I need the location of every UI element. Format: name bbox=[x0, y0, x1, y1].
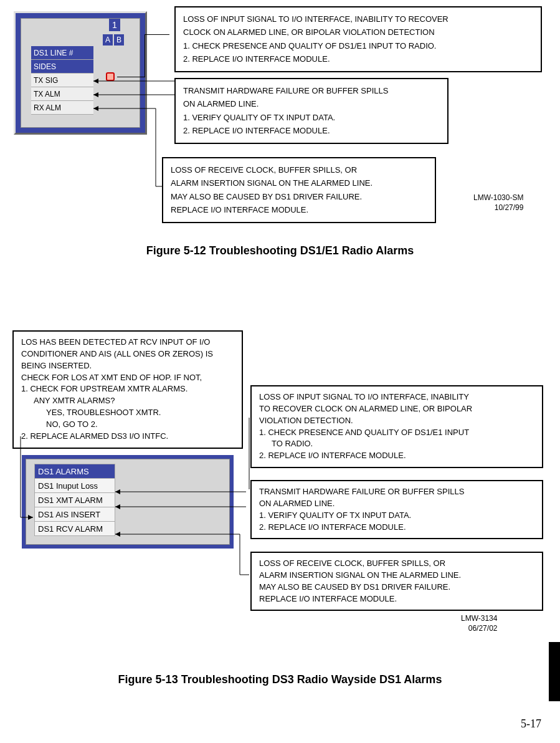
svg-marker-7 bbox=[115, 489, 120, 494]
callout-text: CHECK FOR LOS AT XMT END OF HOP. IF NOT, bbox=[21, 372, 234, 384]
callout-text: LOSS OF INPUT SIGNAL TO I/O INTERFACE, I… bbox=[259, 391, 534, 403]
callout-text: BEING INSERTED. bbox=[21, 360, 234, 372]
fig512-callout-rxalm: LOSS OF RECEIVE CLOCK, BUFFER SPILLS, OR… bbox=[162, 157, 436, 223]
connector-line bbox=[117, 77, 145, 77]
fig513-callout-rcvalarm: LOSS OF RECEIVE CLOCK, BUFFER SPILLS, OR… bbox=[250, 552, 543, 611]
callout-text: 1. CHECK PRESENCE AND QUALITY OF DS1/E1 … bbox=[259, 427, 534, 439]
callout-text: 1. CHECK PRESENCE AND QUALITY OF DS1/E1 … bbox=[183, 39, 533, 52]
fig512-row-ds1line: DS1 LINE # bbox=[31, 46, 93, 60]
svg-marker-3 bbox=[93, 92, 98, 97]
callout-text: TRANSMIT HARDWARE FAILURE OR BUFFER SPIL… bbox=[259, 486, 534, 498]
docnum-line: 10/27/99 bbox=[473, 203, 523, 213]
callout-text: 1. VERIFY QUALITY OF TX INPUT DATA. bbox=[183, 111, 440, 124]
callout-text: ALARM INSERTION SIGNAL ON THE ALARMED LI… bbox=[171, 176, 427, 189]
callout-text: LOSS OF RECEIVE CLOCK, BUFFER SPILLS, OR bbox=[171, 163, 427, 176]
arrow-icon bbox=[115, 486, 252, 497]
callout-text: ANY XMTR ALARMS? bbox=[21, 395, 234, 407]
arrow-icon bbox=[93, 81, 174, 82]
arrow-icon bbox=[93, 95, 174, 95]
callout-text: 1. CHECK FOR UPSTREAM XMTR ALARMS. bbox=[21, 383, 234, 395]
callout-text: CLOCK ON ALARMED LINE, OR BIPOLAR VIOLAT… bbox=[183, 26, 533, 39]
callout-text: MAY ALSO BE CAUSED BY DS1 DRIVER FAILURE… bbox=[259, 582, 534, 593]
fig512-doc-number: LMW-1030-SM 10/27/99 bbox=[473, 193, 523, 213]
callout-text: NO, GO TO 2. bbox=[21, 419, 234, 431]
fig513-rows: DS1 ALARMS DS1 Inuput Loss DS1 XMT ALARM… bbox=[34, 464, 115, 536]
callout-text: 2. REPLACE I/O INTERFACE MODULE. bbox=[259, 522, 534, 534]
callout-text: ON ALARMED LINE. bbox=[259, 498, 534, 510]
svg-marker-4 bbox=[93, 106, 98, 111]
arrow-icon bbox=[17, 436, 42, 526]
fig513-callout-xmtalarm: TRANSMIT HARDWARE FAILURE OR BUFFER SPIL… bbox=[250, 480, 543, 539]
callout-text: LOSS OF RECEIVE CLOCK, BUFFER SPILLS, OR bbox=[259, 558, 534, 570]
svg-marker-5 bbox=[28, 515, 33, 520]
fig513-row-xmtalarm: DS1 XMT ALARM bbox=[34, 492, 115, 507]
fig513-row-rcvalarm: DS1 RCV ALARM bbox=[34, 521, 115, 536]
fig512-caption: Figure 5-12 Troubleshooting DS1/E1 Radio… bbox=[0, 244, 560, 257]
page-number: 5-17 bbox=[521, 717, 541, 731]
arrow-icon bbox=[93, 108, 156, 109]
callout-text: TRANSMIT HARDWARE FAILURE OR BUFFER SPIL… bbox=[183, 84, 440, 97]
fig512-badge-b: B bbox=[114, 34, 124, 46]
fig512-callout-txsig: LOSS OF INPUT SIGNAL TO I/O INTERFACE, I… bbox=[174, 6, 542, 72]
connector-line bbox=[145, 34, 145, 77]
fig513-row-header: DS1 ALARMS bbox=[34, 464, 115, 479]
callout-text: VIOLATION DETECTION. bbox=[259, 415, 534, 427]
callout-text: ON ALARMED LINE. bbox=[183, 97, 440, 110]
fig512-badge-1: 1 bbox=[109, 19, 120, 31]
svg-marker-10 bbox=[115, 532, 120, 537]
arrow-icon bbox=[115, 531, 252, 583]
callout-text: 2. REPLACE I/O INTERFACE MODULE. bbox=[183, 124, 440, 137]
callout-text: CONDITIONER AND AIS (ALL ONES OR ZEROS) … bbox=[21, 348, 234, 360]
callout-text: ALARM INSERTION SIGNAL ON THE ALARMED LI… bbox=[259, 570, 534, 582]
arrow-icon bbox=[115, 501, 252, 512]
fig512-callout-txalm: TRANSMIT HARDWARE FAILURE OR BUFFER SPIL… bbox=[174, 78, 448, 144]
svg-marker-9 bbox=[115, 504, 120, 509]
callout-text: REPLACE I/O INTERFACE MODULE. bbox=[259, 593, 534, 605]
docnum-line: 06/27/02 bbox=[461, 624, 497, 634]
svg-marker-1 bbox=[93, 79, 98, 84]
fig512-row-txalm: TX ALM bbox=[31, 87, 93, 101]
fig512-badge-a: A bbox=[103, 34, 113, 46]
fig512-row-txsig: TX SIG bbox=[31, 74, 93, 87]
fig513-callout-ais: LOS HAS BEEN DETECTED AT RCV INPUT OF I/… bbox=[12, 330, 243, 449]
connector-line bbox=[246, 418, 252, 492]
fig513-callout-inputloss: LOSS OF INPUT SIGNAL TO I/O INTERFACE, I… bbox=[250, 385, 543, 468]
callout-text: YES, TROUBLESHOOT XMTR. bbox=[21, 407, 234, 419]
callout-text: LOSS OF INPUT SIGNAL TO I/O INTERFACE, I… bbox=[183, 12, 533, 26]
callout-text: 2. REPLACE I/O INTERFACE MODULE. bbox=[183, 52, 533, 65]
fig513-row-inputloss: DS1 Inuput Loss bbox=[34, 478, 115, 493]
fig512-rows: DS1 LINE # SIDES TX SIG TX ALM RX ALM bbox=[31, 46, 93, 115]
docnum-line: LMW-1030-SM bbox=[473, 193, 523, 203]
callout-text: MAY ALSO BE CAUSED BY DS1 DRIVER FAILURE… bbox=[171, 190, 427, 203]
fig513-doc-number: LMW-3134 06/27/02 bbox=[461, 614, 497, 633]
callout-text: 2. REPLACE ALARMED DS3 I/O INTFC. bbox=[21, 431, 234, 443]
callout-text: 2. REPLACE I/O INTERFACE MODULE. bbox=[259, 450, 534, 462]
fig513-row-aisinsert: DS1 AIS INSERT bbox=[34, 507, 115, 522]
callout-text: 1. VERIFY QUALITY OF TX INPUT DATA. bbox=[259, 510, 534, 522]
connector-line bbox=[145, 34, 169, 35]
callout-text: REPLACE I/O INTERFACE MODULE. bbox=[171, 203, 427, 216]
fig512-row-sides: SIDES bbox=[31, 60, 93, 74]
callout-text: LOS HAS BEEN DETECTED AT RCV INPUT OF I/… bbox=[21, 337, 234, 348]
fig512-badge-group: A B bbox=[103, 34, 124, 46]
callout-text: TO RECOVER CLOCK ON ALARMED LINE, OR BIP… bbox=[259, 403, 534, 415]
page-edge-tab bbox=[549, 642, 560, 701]
fig512-row-rxalm: RX ALM bbox=[31, 101, 93, 115]
callout-text: TO RADIO. bbox=[259, 438, 534, 450]
fig513-caption: Figure 5-13 Troubleshooting DS3 Radio Wa… bbox=[0, 673, 560, 686]
docnum-line: LMW-3134 bbox=[461, 614, 497, 624]
